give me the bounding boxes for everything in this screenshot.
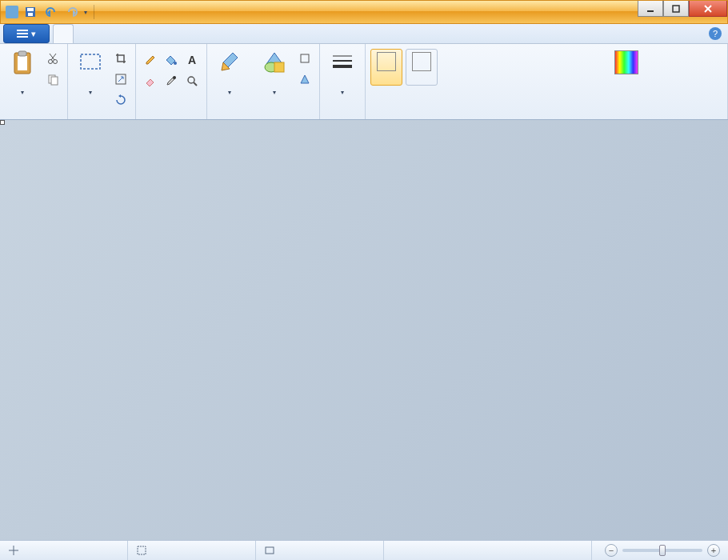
- zoom-in-button[interactable]: +: [707, 544, 720, 557]
- color1-button[interactable]: [370, 49, 402, 86]
- tab-home[interactable]: [53, 24, 74, 43]
- text-tool[interactable]: A: [182, 50, 202, 70]
- color2-button[interactable]: [406, 49, 438, 86]
- thickness-button[interactable]: ▾: [325, 46, 360, 100]
- group-colors: [366, 44, 728, 119]
- color1-swatch: [377, 52, 396, 71]
- resize-button[interactable]: [111, 70, 130, 89]
- group-label-shapes: [257, 116, 314, 119]
- brushes-button[interactable]: ▾: [212, 46, 247, 100]
- eraser-tool[interactable]: [141, 71, 160, 90]
- app-icon: [6, 6, 18, 18]
- shape-fill-button[interactable]: [295, 70, 314, 89]
- svg-rect-33: [266, 547, 274, 554]
- fill-tool[interactable]: [162, 50, 181, 70]
- statusbar: − +: [0, 540, 728, 560]
- svg-point-20: [173, 76, 176, 79]
- group-label-brushes: [212, 106, 247, 119]
- clipboard-icon: [10, 50, 35, 75]
- cut-button[interactable]: [43, 49, 62, 68]
- selection-size-icon: [136, 545, 147, 556]
- group-label-image: [73, 116, 130, 119]
- color2-swatch: [412, 52, 431, 71]
- group-size: ▾: [320, 44, 366, 119]
- pencil-tool[interactable]: [141, 50, 160, 70]
- zoom-out-button[interactable]: −: [605, 544, 618, 557]
- shapes-icon: [262, 50, 287, 75]
- group-label-size: [325, 106, 360, 119]
- brush-icon: [217, 50, 242, 75]
- edit-colors-button[interactable]: [609, 46, 644, 79]
- magnifier-tool[interactable]: [182, 71, 202, 90]
- svg-rect-26: [301, 54, 309, 62]
- group-brushes: ▾: [207, 44, 252, 119]
- group-shapes: ▾: [252, 44, 320, 119]
- svg-rect-32: [138, 546, 146, 554]
- menu-icon: [17, 30, 28, 38]
- svg-line-22: [194, 82, 197, 86]
- titlebar: ▾: [0, 0, 728, 24]
- select-button[interactable]: ▾: [73, 46, 108, 100]
- tab-view[interactable]: [74, 24, 94, 43]
- crop-button[interactable]: [111, 49, 130, 68]
- picker-tool[interactable]: [162, 71, 181, 90]
- help-button[interactable]: ?: [709, 27, 722, 40]
- svg-point-21: [188, 77, 194, 83]
- ribbon: ▾ ▾: [0, 44, 728, 120]
- qat-undo-button[interactable]: [42, 3, 60, 21]
- rainbow-icon: [614, 50, 638, 74]
- canvas-size-icon: [264, 545, 275, 556]
- group-tools: A: [136, 44, 207, 119]
- file-menu-button[interactable]: ▾: [3, 24, 50, 43]
- svg-rect-8: [18, 56, 27, 70]
- svg-rect-25: [274, 62, 284, 72]
- svg-point-11: [54, 60, 58, 64]
- ribbon-tabs: ▾ ?: [0, 24, 728, 44]
- group-image: ▾: [68, 44, 136, 119]
- maximize-button[interactable]: [663, 1, 689, 17]
- group-label-tools: [141, 116, 202, 119]
- rotate-button[interactable]: [111, 90, 130, 110]
- svg-point-18: [174, 62, 177, 65]
- cursor-position-icon: [8, 545, 19, 556]
- svg-text:A: A: [188, 54, 196, 66]
- resize-handle-corner[interactable]: [0, 120, 5, 125]
- svg-rect-1: [27, 8, 34, 11]
- svg-rect-15: [51, 77, 58, 85]
- qat-redo-button[interactable]: [63, 3, 81, 21]
- paste-button[interactable]: ▾: [5, 46, 40, 100]
- svg-rect-16: [81, 54, 100, 69]
- workspace[interactable]: [0, 120, 728, 540]
- close-button[interactable]: [689, 1, 727, 17]
- group-clipboard: ▾: [0, 44, 68, 119]
- zoom-slider[interactable]: [622, 549, 702, 552]
- select-rect-icon: [78, 50, 103, 75]
- svg-rect-9: [18, 51, 26, 56]
- shapes-button[interactable]: ▾: [257, 46, 292, 100]
- svg-rect-2: [28, 13, 33, 16]
- group-label-colors: [370, 116, 722, 119]
- qat-customize-button[interactable]: ▾: [84, 9, 87, 16]
- svg-point-10: [49, 60, 53, 64]
- minimize-button[interactable]: [638, 1, 663, 17]
- zoom-slider-thumb[interactable]: [659, 545, 666, 556]
- qat-save-button[interactable]: [22, 3, 39, 21]
- svg-rect-4: [673, 6, 679, 12]
- shape-outline-button[interactable]: [295, 49, 314, 68]
- group-label-clipboard: [5, 116, 62, 119]
- copy-button[interactable]: [43, 70, 62, 89]
- thickness-icon: [330, 50, 355, 75]
